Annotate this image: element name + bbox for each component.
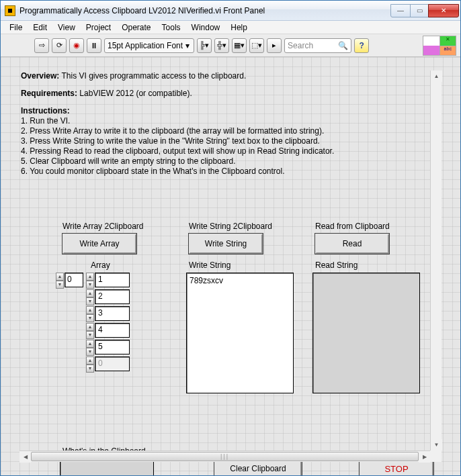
requirements-body: LabVIEW 2012 (or compatible). [77, 89, 192, 98]
abort-button[interactable]: ◉ [69, 38, 84, 53]
cell-spinner[interactable]: ▲▼ [86, 306, 94, 321]
app-icon [5, 5, 15, 16]
cell-spinner[interactable]: ▲▼ [86, 323, 94, 338]
read-button[interactable]: Read [315, 234, 389, 254]
pause-button[interactable]: II [87, 38, 101, 53]
section-label: Read from Clipboard [315, 222, 420, 231]
write-string-label: Write String [189, 260, 294, 270]
array-control[interactable]: ▲▼ 0 ▲▼1 ▲▼2 ▲▼3 ▲▼4 ▲▼5 ▲▼0 [56, 273, 167, 371]
menu-edit[interactable]: Edit [28, 21, 52, 34]
search-placeholder: Search [288, 41, 313, 50]
cell-spinner[interactable]: ▲▼ [86, 289, 94, 304]
array-cell[interactable]: 1 [95, 273, 130, 287]
array-cell-empty[interactable]: 0 [95, 356, 130, 371]
run-button[interactable]: ⇨ [34, 38, 49, 53]
scroll-up-icon[interactable]: ▲ [431, 70, 442, 82]
scroll-right-icon[interactable]: ▶ [419, 451, 430, 463]
align-button[interactable]: ╠▾ [197, 38, 212, 53]
instruction-line: 1. Run the VI. [21, 116, 334, 126]
cell-spinner[interactable]: ▲▼ [86, 340, 94, 354]
menu-operate[interactable]: Operate [117, 21, 155, 34]
resize-button[interactable]: ▦▾ [232, 38, 247, 53]
toolbar: ⇨ ⟳ ◉ II 15pt Application Font ▾ ╠▾ ╬▾ ▦… [1, 34, 460, 57]
scroll-down-icon[interactable]: ▼ [431, 439, 442, 450]
index-spinner[interactable]: ▲▼ [56, 273, 64, 287]
write-string-button[interactable]: Write String [189, 234, 263, 254]
minimize-button[interactable]: — [390, 4, 411, 17]
array-cell[interactable]: 4 [95, 323, 130, 338]
overview-body: This VI gives programmatic access to the… [59, 71, 246, 81]
find-button[interactable]: ▸ [267, 38, 282, 53]
menu-view[interactable]: View [53, 21, 80, 34]
menu-file[interactable]: File [5, 21, 27, 34]
distribute-button[interactable]: ╬▾ [214, 38, 229, 53]
horizontal-scrollbar[interactable]: ◀ ||| ▶ [19, 450, 430, 462]
menu-window[interactable]: Window [187, 21, 225, 34]
window-title: Programmatically Access Clipboard LV2012… [19, 6, 391, 15]
vertical-scrollbar[interactable]: ▲ ▼ [430, 70, 442, 450]
search-input[interactable]: Search 🔍 [284, 38, 351, 53]
font-label: 15pt Application Font [108, 41, 183, 50]
cell-spinner[interactable]: ▲▼ [86, 356, 94, 371]
instruction-line: 2. Press Write Array to write it to the … [21, 126, 334, 136]
menu-project[interactable]: Project [81, 21, 116, 34]
run-continuous-button[interactable]: ⟳ [52, 38, 67, 53]
menu-tools[interactable]: Tools [157, 21, 185, 34]
search-icon: 🔍 [338, 41, 348, 50]
font-selector[interactable]: 15pt Application Font ▾ [104, 38, 194, 53]
array-cell[interactable]: 5 [95, 340, 130, 354]
front-panel: Overview: This VI gives programmatic acc… [1, 57, 460, 475]
help-button[interactable]: ? [354, 38, 369, 53]
menubar: File Edit View Project Operate Tools Win… [1, 21, 460, 34]
instructions-label: Instructions: [21, 106, 70, 115]
write-string-section: Write String 2Clipboard Write String Wri… [186, 222, 294, 393]
array-cell[interactable]: 3 [95, 306, 130, 321]
overview-label: Overview: [21, 71, 59, 81]
instruction-line: 5. Clear Clipboard will write an empty s… [21, 156, 334, 166]
chevron-down-icon: ▾ [184, 41, 191, 50]
vi-icon[interactable]: ✕abc [423, 36, 456, 56]
write-array-button[interactable]: Write Array [62, 234, 136, 254]
instruction-line: 4. Pressing Read to read the clipboard, … [21, 146, 334, 156]
close-button[interactable]: ✕ [428, 4, 459, 17]
array-label: Array [91, 260, 167, 270]
instructions-block: Overview: This VI gives programmatic acc… [21, 70, 334, 177]
array-cell[interactable]: 2 [95, 289, 130, 304]
scroll-left-icon[interactable]: ◀ [19, 451, 31, 463]
titlebar[interactable]: Programmatically Access Clipboard LV2012… [1, 1, 460, 21]
maximize-button[interactable]: ▭ [410, 4, 429, 17]
read-string-label: Read String [315, 260, 420, 270]
write-array-section: Write Array 2Clipboard Write Array Array… [60, 222, 167, 393]
instruction-line: 3. Press Write String to write the value… [21, 136, 334, 146]
write-string-input[interactable]: 789zsxcv [186, 273, 294, 393]
section-label: Write Array 2Clipboard [62, 222, 167, 231]
section-label: Write String 2Clipboard [189, 222, 294, 231]
read-string-indicator [312, 273, 420, 393]
scroll-thumb[interactable]: ||| [31, 452, 419, 461]
read-section: Read from Clipboard Read Read String [312, 222, 420, 393]
array-index[interactable]: 0 [65, 273, 83, 287]
resize-grip[interactable] [430, 450, 442, 462]
reorder-button[interactable]: ⬚▾ [249, 38, 264, 53]
menu-help[interactable]: Help [226, 21, 252, 34]
cell-spinner[interactable]: ▲▼ [86, 273, 94, 287]
requirements-label: Requirements: [21, 89, 77, 98]
instruction-line: 6. You could monitor clipboard state in … [21, 166, 334, 176]
